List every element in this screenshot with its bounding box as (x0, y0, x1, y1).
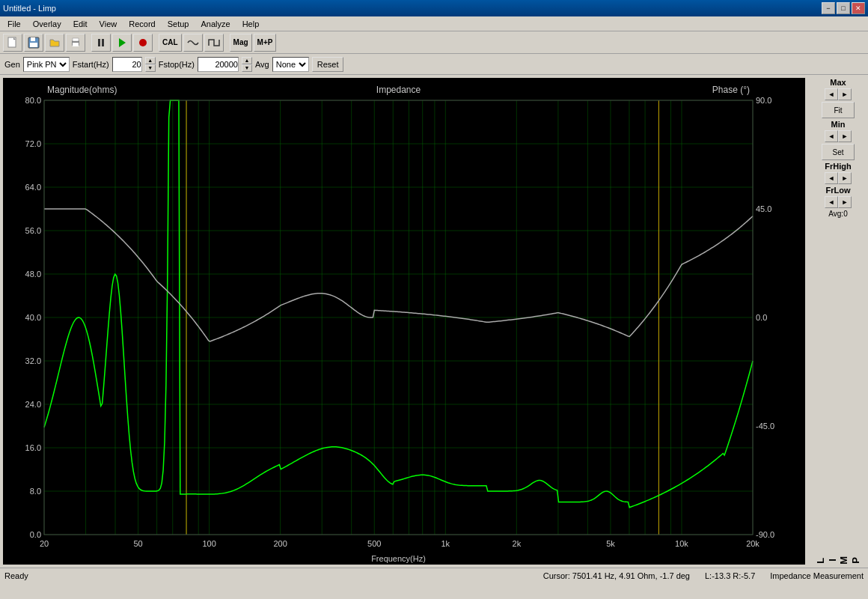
fstart-up[interactable]: ▲ (145, 57, 156, 64)
status-right: Cursor: 7501.41 Hz, 4.91 Ohm, -1.7 deg L… (543, 571, 864, 580)
titlebar: Untitled - Limp − □ ✕ (0, 0, 868, 16)
mag-button[interactable]: Mag (230, 34, 252, 52)
svg-point-11 (139, 39, 147, 46)
frhigh-down-button[interactable]: ◄ (825, 172, 838, 184)
mode-status: Impedance Measurement (770, 571, 864, 580)
fstart-spinner[interactable]: ▲ ▼ (145, 57, 156, 72)
set-button[interactable]: Set (822, 144, 855, 160)
chart-container (3, 78, 805, 565)
genrow: Gen Pink PN Fstart(Hz) ▲ ▼ Fstop(Hz) ▲ ▼… (0, 54, 868, 75)
menu-analyze[interactable]: Analyze (195, 18, 236, 30)
menu-help[interactable]: Help (236, 18, 266, 30)
min-label: Min (831, 120, 846, 129)
mp-button[interactable]: M+P (254, 34, 277, 52)
frhigh-label: FrHigh (825, 162, 851, 171)
wave2-button[interactable] (204, 34, 224, 52)
ready-status: Ready (4, 571, 28, 580)
frlow-spin-group: ◄ ► (825, 196, 852, 208)
menu-setup[interactable]: Setup (162, 18, 195, 30)
max-spin-group: ◄ ► (825, 88, 852, 100)
max-up-button[interactable]: ► (838, 88, 852, 100)
fstart-down[interactable]: ▼ (145, 64, 156, 72)
close-button[interactable]: ✕ (852, 2, 865, 14)
svg-rect-4 (30, 43, 37, 47)
frhigh-up-button[interactable]: ► (838, 172, 852, 184)
fstop-spinner[interactable]: ▲ ▼ (242, 57, 252, 72)
menu-overlay[interactable]: Overlay (27, 18, 67, 30)
svg-rect-9 (102, 39, 104, 46)
fstart-label: Fstart(Hz) (73, 60, 109, 69)
print-button[interactable] (66, 34, 85, 52)
maximize-button[interactable]: □ (837, 2, 850, 14)
max-label: Max (830, 78, 846, 87)
gen-label: Gen (4, 60, 20, 69)
menubar: File Overlay Edit View Record Setup Anal… (0, 16, 868, 31)
frlow-up-button[interactable]: ► (838, 196, 852, 208)
menu-file[interactable]: File (1, 18, 27, 30)
max-down-button[interactable]: ◄ (825, 88, 838, 100)
avg-label: Avg (255, 60, 269, 69)
lr-status: L:-13.3 R:-5.7 (705, 571, 755, 580)
cursor-status: Cursor: 7501.41 Hz, 4.91 Ohm, -1.7 deg (543, 571, 690, 580)
svg-rect-6 (73, 43, 79, 46)
status-left: Ready (4, 571, 28, 580)
record-button[interactable] (133, 34, 153, 52)
limp-label: LIMP (815, 554, 861, 565)
frlow-label: FrLow (826, 186, 851, 195)
right-panel: Max ◄ ► Fit Min ◄ ► Set FrHigh ◄ ► FrLow… (808, 75, 868, 568)
gen-select[interactable]: Pink PN (23, 57, 70, 72)
avg-select[interactable]: None (272, 57, 309, 72)
frlow-down-button[interactable]: ◄ (825, 196, 838, 208)
play-button[interactable] (112, 34, 132, 52)
menu-view[interactable]: View (94, 18, 123, 30)
fstop-down[interactable]: ▼ (242, 64, 252, 72)
wave1-button[interactable] (183, 34, 203, 52)
titlebar-title: Untitled - Limp (3, 4, 56, 13)
minimize-button[interactable]: − (822, 2, 835, 14)
menu-record[interactable]: Record (123, 18, 161, 30)
frhigh-spin-group: ◄ ► (825, 172, 852, 184)
toolbar: CAL Mag M+P (0, 31, 868, 54)
pause-button[interactable] (91, 34, 111, 52)
avg-display: Avg:0 (828, 210, 847, 218)
fstop-input[interactable] (198, 57, 239, 72)
svg-rect-8 (98, 39, 100, 46)
svg-rect-3 (31, 37, 35, 41)
fit-button[interactable]: Fit (822, 102, 855, 118)
main-area: Max ◄ ► Fit Min ◄ ► Set FrHigh ◄ ► FrLow… (0, 75, 868, 568)
save-button[interactable] (24, 34, 43, 52)
min-spin-group: ◄ ► (825, 130, 852, 142)
open-button[interactable] (45, 34, 64, 52)
fstart-input[interactable] (112, 57, 142, 72)
svg-marker-10 (119, 38, 126, 47)
statusbar: Ready Cursor: 7501.41 Hz, 4.91 Ohm, -1.7… (0, 568, 868, 583)
min-down-button[interactable]: ◄ (825, 130, 838, 142)
reset-button[interactable]: Reset (312, 57, 344, 72)
menu-edit[interactable]: Edit (67, 18, 94, 30)
svg-rect-7 (73, 38, 79, 41)
titlebar-controls: − □ ✕ (822, 2, 865, 14)
impedance-chart[interactable] (3, 78, 805, 565)
fstop-up[interactable]: ▲ (242, 57, 252, 64)
fstop-label: Fstop(Hz) (159, 60, 195, 69)
min-up-button[interactable]: ► (838, 130, 852, 142)
new-button[interactable] (3, 34, 22, 52)
cal-button[interactable]: CAL (159, 34, 182, 52)
